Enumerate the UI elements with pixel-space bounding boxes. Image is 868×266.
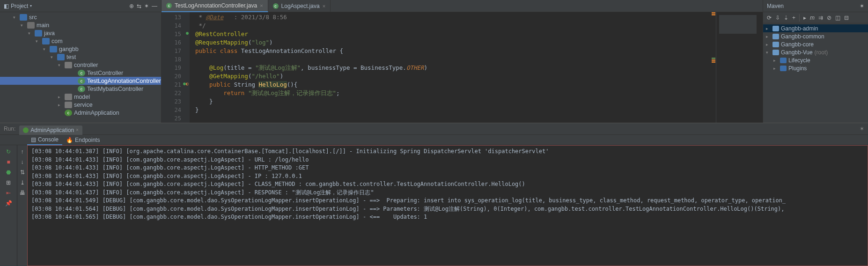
expander-icon[interactable]: ▸ [766,26,771,31]
console-output[interactable]: [03:08 10:44:01.387] [INFO] [org.apache.… [27,145,868,266]
expander-icon[interactable]: ▾ [58,63,63,67]
expander-icon[interactable]: ▾ [766,50,771,55]
wrap-icon[interactable]: ⇅ [19,169,26,176]
maven-item[interactable]: ▸Gangbb-admin [763,24,868,32]
module-icon [780,58,787,63]
project-title: Project [11,3,28,9]
class-icon: c [166,3,172,8]
graph-icon[interactable]: ◫ [835,15,840,21]
stop-icon[interactable]: ■ [5,158,12,166]
run-subtab[interactable]: 🔥Endpoints [62,135,103,145]
cls-icon: c [78,78,85,84]
expander-icon[interactable]: ▾ [36,39,40,44]
cls-icon: c [78,86,85,92]
expander-icon[interactable]: ▾ [51,55,55,59]
expander-icon[interactable]: ▸ [58,95,63,99]
rerun-icon[interactable]: ↻ [5,148,12,155]
skip-icon[interactable]: ⊘ [827,15,831,21]
exit-icon[interactable]: ⇤ [5,189,12,197]
expander-icon[interactable]: ▾ [43,47,48,52]
folder-b-icon [20,14,27,21]
folder-b-icon [35,30,42,37]
collapse-icon[interactable]: ⊟ [844,15,849,21]
m-icon[interactable]: m [810,15,815,21]
hide-icon[interactable]: — [152,3,157,9]
gear-icon[interactable]: ✶ [856,126,868,132]
scroll-icon[interactable]: ⤓ [19,179,26,186]
subtab-icon: 🔥 [66,137,73,143]
close-icon[interactable]: × [76,127,79,133]
tree-item[interactable]: cTestLogAnnotationController [0,77,161,85]
item-icon[interactable]: ⬣ [5,169,12,176]
expander-icon[interactable]: ▸ [766,42,771,47]
expander-icon[interactable]: ▸ [773,66,778,71]
expander-icon[interactable]: ▾ [28,31,33,36]
expander-icon[interactable]: ▸ [766,34,771,39]
module-icon [772,50,779,55]
module-icon [772,26,779,31]
maven-item[interactable]: ▸Plugins [763,64,868,72]
folder-b-icon [50,46,57,52]
expander-icon[interactable]: ▸ [58,103,63,107]
minimap[interactable] [716,12,763,123]
maven-title: Maven [767,3,784,9]
print-icon[interactable]: 🖶 [19,189,26,197]
gear-icon[interactable]: ✶ [144,3,149,9]
editor-tab[interactable]: cLogAspect.java× [268,0,331,12]
close-icon[interactable]: × [323,3,325,9]
close-icon[interactable]: × [260,3,263,8]
module-icon [772,42,779,47]
pin-icon[interactable]: 📌 [5,200,12,207]
up-icon[interactable]: ↑ [19,148,26,155]
code-editor[interactable]: * @Date : 2021/3/8 8:56 */ @RestControll… [190,12,716,123]
tree-label: TestMybatisController [87,86,143,92]
tree-label: service [74,102,93,108]
add-icon[interactable]: + [792,15,795,21]
expander-icon[interactable]: ▸ [773,58,778,63]
tree-item[interactable]: ▾java [0,29,161,37]
tree-item[interactable]: ▾com [0,37,161,45]
dropdown-icon[interactable]: ▾ [30,4,32,8]
expand-icon[interactable]: ⇆ [137,3,141,9]
maven-item[interactable]: ▸Gangbb-common [763,32,868,40]
tree-item[interactable]: ▸service [0,101,161,109]
tree-item[interactable]: ▸model [0,93,161,101]
project-panel: ◧ Project ▾ ⊕ ⇆ ✶ — ▾src▾main▾java▾com▾g… [0,0,162,123]
editor-tabs: cTestLogAnnotationController.java×cLogAs… [162,0,763,12]
run-subtabs: ▤Console🔥Endpoints [0,135,868,145]
down-icon[interactable]: ↓ [19,158,26,166]
refresh-icon[interactable]: ⟳ [767,15,772,21]
tree-item[interactable]: ▾src [0,13,161,21]
maven-item[interactable]: ▾Gangbb-Vue (root) [763,48,868,56]
tree-label: java [44,30,55,37]
module-icon [780,66,787,71]
toggle-icon[interactable]: ⇉ [818,15,823,21]
download-icon[interactable]: ⇩ [775,15,780,21]
target-icon[interactable]: ⊕ [129,3,134,9]
tree-label: model [74,94,90,100]
tree-item[interactable]: cAdminApplication [0,109,161,117]
maven-panel: Maven ✶ ⟳ ⇩ ⇣ + ▸ m ⇉ ⊘ ◫ ⊟ ▸Gangbb-admi… [763,0,868,123]
tree-item[interactable]: ▾controller [0,61,161,69]
maven-label: Gangbb-core [781,41,814,48]
run-config-tab[interactable]: AdminApplication × [19,126,82,135]
expander-icon[interactable]: ▾ [21,23,25,28]
tree-item[interactable]: ▾test [0,53,161,61]
tree-label: TestLogAnnotationController [87,78,161,84]
maven-item[interactable]: ▸Gangbb-core [763,40,868,48]
tree-item[interactable]: ▾main [0,21,161,29]
tree-item[interactable]: ▾gangbb [0,45,161,53]
tree-item[interactable]: cTestController [0,69,161,77]
gear-icon[interactable]: ✶ [860,3,864,9]
maven-label: Gangbb-common [781,33,824,40]
run-subtab[interactable]: ▤Console [27,135,62,145]
editor-tab[interactable]: cTestLogAnnotationController.java× [162,0,268,12]
tree-label: com [51,38,63,44]
run-icon[interactable]: ▸ [803,15,806,21]
tree-item[interactable]: cTestMybatisController [0,85,161,93]
layout-icon[interactable]: ⊞ [5,179,12,186]
download-sources-icon[interactable]: ⇣ [784,15,788,21]
maven-item[interactable]: ▸Lifecycle [763,56,868,64]
expander-icon[interactable]: ▾ [13,15,18,20]
maven-label: Plugins [788,65,807,72]
